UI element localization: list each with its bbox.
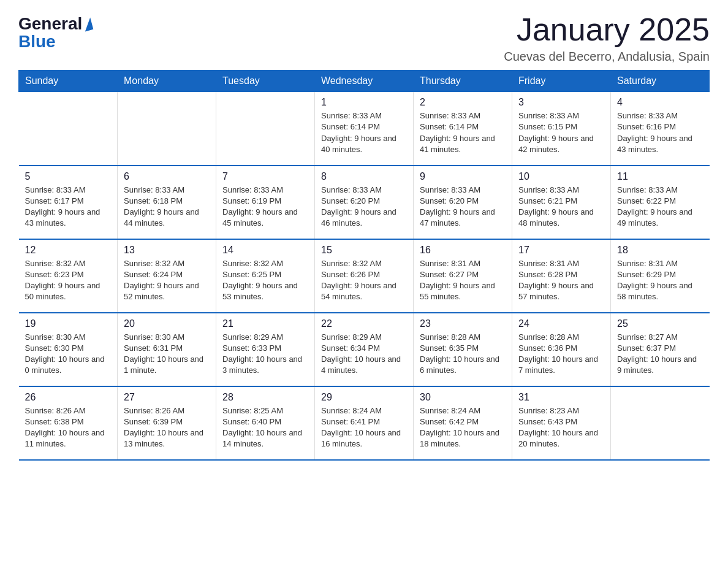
calendar-cell: 6Sunrise: 8:33 AM Sunset: 6:18 PM Daylig…	[118, 166, 216, 239]
day-number: 26	[25, 392, 112, 403]
calendar-cell	[611, 386, 710, 460]
day-info: Sunrise: 8:33 AM Sunset: 6:14 PM Dayligh…	[420, 110, 506, 155]
logo-triangle-icon	[82, 17, 94, 31]
calendar-cell	[216, 92, 315, 166]
day-number: 14	[222, 245, 308, 256]
calendar-cell: 22Sunrise: 8:29 AM Sunset: 6:34 PM Dayli…	[315, 313, 414, 386]
day-number: 29	[321, 392, 407, 403]
calendar-cell: 2Sunrise: 8:33 AM Sunset: 6:14 PM Daylig…	[414, 92, 512, 166]
calendar-cell: 13Sunrise: 8:32 AM Sunset: 6:24 PM Dayli…	[118, 239, 216, 313]
calendar-cell: 14Sunrise: 8:32 AM Sunset: 6:25 PM Dayli…	[216, 239, 315, 313]
calendar-cell: 20Sunrise: 8:30 AM Sunset: 6:31 PM Dayli…	[118, 313, 216, 386]
day-info: Sunrise: 8:25 AM Sunset: 6:40 PM Dayligh…	[222, 405, 308, 450]
day-info: Sunrise: 8:33 AM Sunset: 6:21 PM Dayligh…	[518, 185, 604, 229]
calendar-cell: 21Sunrise: 8:29 AM Sunset: 6:33 PM Dayli…	[216, 313, 315, 386]
calendar-cell: 5Sunrise: 8:33 AM Sunset: 6:17 PM Daylig…	[19, 166, 118, 239]
day-number: 9	[420, 171, 506, 182]
days-of-week-row: SundayMondayTuesdayWednesdayThursdayFrid…	[19, 71, 710, 92]
calendar-cell: 11Sunrise: 8:33 AM Sunset: 6:22 PM Dayli…	[611, 166, 710, 239]
logo: General Blue	[18, 15, 92, 50]
day-number: 11	[617, 171, 703, 182]
month-title: January 2025	[504, 12, 710, 47]
calendar-cell: 29Sunrise: 8:24 AM Sunset: 6:41 PM Dayli…	[315, 386, 414, 460]
title-area: January 2025 Cuevas del Becerro, Andalus…	[504, 12, 710, 64]
day-of-week-header: Monday	[118, 71, 216, 92]
day-info: Sunrise: 8:33 AM Sunset: 6:20 PM Dayligh…	[420, 185, 506, 229]
calendar-cell: 16Sunrise: 8:31 AM Sunset: 6:27 PM Dayli…	[414, 239, 512, 313]
calendar-cell: 27Sunrise: 8:26 AM Sunset: 6:39 PM Dayli…	[118, 386, 216, 460]
day-info: Sunrise: 8:33 AM Sunset: 6:20 PM Dayligh…	[321, 185, 407, 229]
logo-general: General	[18, 14, 82, 33]
calendar-cell: 7Sunrise: 8:33 AM Sunset: 6:19 PM Daylig…	[216, 166, 315, 239]
calendar-week-row: 1Sunrise: 8:33 AM Sunset: 6:14 PM Daylig…	[19, 92, 710, 166]
day-number: 24	[518, 318, 604, 329]
day-info: Sunrise: 8:32 AM Sunset: 6:24 PM Dayligh…	[124, 258, 210, 303]
day-of-week-header: Wednesday	[315, 71, 414, 92]
day-info: Sunrise: 8:30 AM Sunset: 6:31 PM Dayligh…	[124, 332, 210, 377]
day-of-week-header: Friday	[512, 71, 611, 92]
calendar-cell	[19, 92, 118, 166]
day-info: Sunrise: 8:26 AM Sunset: 6:38 PM Dayligh…	[25, 405, 112, 450]
calendar-cell: 1Sunrise: 8:33 AM Sunset: 6:14 PM Daylig…	[315, 92, 414, 166]
calendar-cell	[118, 92, 216, 166]
calendar-cell: 8Sunrise: 8:33 AM Sunset: 6:20 PM Daylig…	[315, 166, 414, 239]
calendar-cell: 30Sunrise: 8:24 AM Sunset: 6:42 PM Dayli…	[414, 386, 512, 460]
calendar-week-row: 12Sunrise: 8:32 AM Sunset: 6:23 PM Dayli…	[19, 239, 710, 313]
day-number: 28	[222, 392, 308, 403]
day-number: 21	[222, 318, 308, 329]
day-info: Sunrise: 8:28 AM Sunset: 6:36 PM Dayligh…	[518, 332, 604, 377]
day-number: 4	[617, 97, 703, 108]
day-number: 7	[222, 171, 308, 182]
day-info: Sunrise: 8:24 AM Sunset: 6:41 PM Dayligh…	[321, 405, 407, 450]
day-info: Sunrise: 8:33 AM Sunset: 6:17 PM Dayligh…	[25, 185, 112, 229]
calendar-cell: 17Sunrise: 8:31 AM Sunset: 6:28 PM Dayli…	[512, 239, 611, 313]
day-number: 20	[124, 318, 210, 329]
day-number: 19	[25, 318, 112, 329]
day-number: 3	[518, 97, 604, 108]
calendar-cell: 19Sunrise: 8:30 AM Sunset: 6:30 PM Dayli…	[19, 313, 118, 386]
calendar-cell: 10Sunrise: 8:33 AM Sunset: 6:21 PM Dayli…	[512, 166, 611, 239]
day-number: 25	[617, 318, 703, 329]
day-info: Sunrise: 8:31 AM Sunset: 6:27 PM Dayligh…	[420, 258, 506, 303]
day-number: 30	[420, 392, 506, 403]
day-number: 8	[321, 171, 407, 182]
calendar-cell: 24Sunrise: 8:28 AM Sunset: 6:36 PM Dayli…	[512, 313, 611, 386]
day-number: 23	[420, 318, 506, 329]
day-info: Sunrise: 8:33 AM Sunset: 6:16 PM Dayligh…	[617, 110, 703, 155]
day-info: Sunrise: 8:32 AM Sunset: 6:26 PM Dayligh…	[321, 258, 407, 303]
calendar-cell: 12Sunrise: 8:32 AM Sunset: 6:23 PM Dayli…	[19, 239, 118, 313]
day-number: 1	[321, 97, 407, 108]
calendar-cell: 15Sunrise: 8:32 AM Sunset: 6:26 PM Dayli…	[315, 239, 414, 313]
day-info: Sunrise: 8:30 AM Sunset: 6:30 PM Dayligh…	[25, 332, 112, 377]
day-info: Sunrise: 8:29 AM Sunset: 6:34 PM Dayligh…	[321, 332, 407, 377]
day-number: 12	[25, 245, 112, 256]
day-number: 10	[518, 171, 604, 182]
day-info: Sunrise: 8:33 AM Sunset: 6:22 PM Dayligh…	[617, 185, 703, 229]
day-info: Sunrise: 8:31 AM Sunset: 6:28 PM Dayligh…	[518, 258, 604, 303]
day-number: 17	[518, 245, 604, 256]
day-of-week-header: Saturday	[611, 71, 710, 92]
day-of-week-header: Thursday	[414, 71, 512, 92]
day-info: Sunrise: 8:23 AM Sunset: 6:43 PM Dayligh…	[518, 405, 604, 450]
day-of-week-header: Sunday	[19, 71, 118, 92]
day-info: Sunrise: 8:33 AM Sunset: 6:15 PM Dayligh…	[518, 110, 604, 155]
calendar-cell: 3Sunrise: 8:33 AM Sunset: 6:15 PM Daylig…	[512, 92, 611, 166]
calendar-week-row: 19Sunrise: 8:30 AM Sunset: 6:30 PM Dayli…	[19, 313, 710, 386]
calendar-cell: 28Sunrise: 8:25 AM Sunset: 6:40 PM Dayli…	[216, 386, 315, 460]
day-number: 22	[321, 318, 407, 329]
day-info: Sunrise: 8:28 AM Sunset: 6:35 PM Dayligh…	[420, 332, 506, 377]
day-info: Sunrise: 8:33 AM Sunset: 6:14 PM Dayligh…	[321, 110, 407, 155]
day-info: Sunrise: 8:33 AM Sunset: 6:19 PM Dayligh…	[222, 185, 308, 229]
day-info: Sunrise: 8:24 AM Sunset: 6:42 PM Dayligh…	[420, 405, 506, 450]
day-number: 18	[617, 245, 703, 256]
location-subtitle: Cuevas del Becerro, Andalusia, Spain	[504, 50, 710, 64]
day-number: 15	[321, 245, 407, 256]
day-info: Sunrise: 8:26 AM Sunset: 6:39 PM Dayligh…	[124, 405, 210, 450]
day-info: Sunrise: 8:29 AM Sunset: 6:33 PM Dayligh…	[222, 332, 308, 377]
calendar-cell: 18Sunrise: 8:31 AM Sunset: 6:29 PM Dayli…	[611, 239, 710, 313]
day-number: 31	[518, 392, 604, 403]
page-header: General Blue January 2025 Cuevas del Bec…	[18, 12, 710, 64]
day-info: Sunrise: 8:32 AM Sunset: 6:23 PM Dayligh…	[25, 258, 112, 303]
day-of-week-header: Tuesday	[216, 71, 315, 92]
day-number: 2	[420, 97, 506, 108]
